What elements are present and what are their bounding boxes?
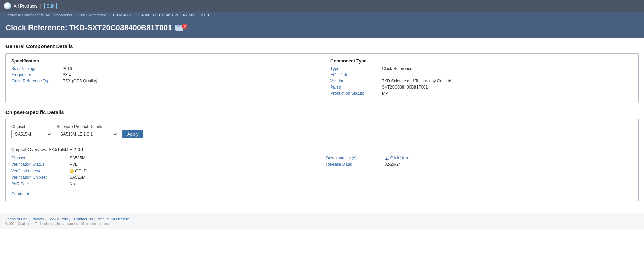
- chipset-section: Chipset-Specific Details Chipset SA515M …: [5, 109, 639, 201]
- breadcrumb-current: TKD-SXT20C038400B81T001 SA515M SA515M.LE…: [112, 13, 209, 17]
- chipset-row-por: PoR Part: No: [11, 182, 318, 186]
- breadcrumb-link-2[interactable]: Clock Reference: [78, 13, 106, 17]
- chipset-label-chipset: Chipset:: [11, 155, 70, 160]
- detail-col-right: Component Type Type: Clock Reference EOL…: [322, 58, 633, 97]
- value-freq: 38.4: [63, 72, 71, 77]
- chipset-value-verif-status: PVL: [70, 162, 78, 167]
- label-part: Part #:: [330, 85, 382, 90]
- footer-links: Terms of Use | Privacy | Cookie Policy |…: [5, 217, 639, 221]
- download-link[interactable]: Click Here: [385, 155, 409, 160]
- chipset-row-verif-status: Verification Status: PVL: [11, 162, 318, 167]
- main-content: General Component Details Specification …: [0, 38, 644, 213]
- detail-row-freq: Frequency: 38.4: [11, 72, 314, 77]
- chipset-control-group: Chipset SA515M: [11, 124, 52, 138]
- footer-sep-1: |: [29, 217, 30, 221]
- footer-copyright: © 2024 Qualcomm Technologies, Inc. and/o…: [5, 222, 639, 226]
- footer-sep-4: |: [94, 217, 95, 221]
- comment-row: Comment:: [11, 192, 633, 196]
- label-freq: Frequency:: [11, 72, 63, 77]
- general-section: General Component Details Specification …: [5, 43, 639, 102]
- footer: Terms of Use | Privacy | Cookie Policy |…: [0, 213, 644, 229]
- page-title-text: Clock Reference: TKD-SXT20C038400B81T001: [5, 23, 172, 32]
- general-section-title: General Component Details: [5, 43, 639, 50]
- detail-row-eol: EOL Date:: [330, 72, 633, 77]
- label-size: Size/Package:: [11, 66, 63, 71]
- breadcrumb-link-1[interactable]: Hardware Components: All Components: [5, 13, 72, 17]
- chipset-select[interactable]: SA515M: [11, 130, 52, 138]
- chipset-label-download: Download link(s):: [326, 155, 385, 160]
- chipset-label-release: Release Date:: [326, 162, 385, 167]
- gold-dot-icon: [70, 169, 74, 173]
- specification-heading: Specification: [11, 58, 314, 64]
- detail-row-part: Part #: SXT20C038400B81T001: [330, 85, 633, 90]
- footer-link-cookie[interactable]: Cookie Policy: [48, 217, 71, 221]
- detail-col-left: Specification Size/Package: 2016 Frequen…: [11, 58, 322, 97]
- footer-sep-2: |: [45, 217, 46, 221]
- page-title: Clock Reference: TKD-SXT20C038400B81T001: [5, 23, 639, 32]
- chipset-value-download: Click Here: [385, 155, 409, 160]
- footer-link-terms[interactable]: Terms of Use: [5, 217, 28, 221]
- detail-row-vendor: Vendor: TKD Science and Technology Co., …: [330, 79, 633, 83]
- software-control-label: Software Product Details: [57, 124, 118, 129]
- all-products-link[interactable]: All Products: [14, 3, 37, 9]
- general-section-box: Specification Size/Package: 2016 Frequen…: [5, 53, 639, 102]
- software-select[interactable]: SA515M.LE.2.0.1: [57, 130, 118, 138]
- detail-row-size: Size/Package: 2016: [11, 66, 314, 71]
- chipset-label-por: PoR Part:: [11, 182, 70, 186]
- component-type-heading: Component Type: [330, 58, 633, 64]
- comment-label: Comment:: [11, 192, 30, 196]
- label-comp-type: Type:: [330, 66, 382, 71]
- breadcrumb: Hardware Components: All Components › Cl…: [0, 12, 644, 19]
- page-header: Clock Reference: TKD-SXT20C038400B81T001: [0, 19, 644, 38]
- chipset-overview-label: Chipset Overview:: [11, 147, 47, 152]
- chipset-detail-col-right: Download link(s): Click Here: [318, 155, 633, 188]
- chipset-section-title: Chipset-Specific Details: [5, 109, 639, 116]
- chipset-overview-title: Chipset Overview: SA515M.LE.2.0.1: [11, 147, 633, 152]
- chipset-row-download: Download link(s): Click Here: [326, 155, 633, 160]
- globe-icon: [4, 2, 11, 9]
- value-prod-status: MP: [382, 91, 388, 96]
- edit-link[interactable]: Edit: [44, 3, 57, 9]
- chipset-label-verif-status: Verification Status:: [11, 162, 70, 167]
- software-control-group: Software Product Details SA515M.LE.2.0.1: [57, 124, 118, 138]
- label-prod-status: Production Status:: [330, 91, 382, 96]
- value-clk-type: TSX (GPS Quality): [63, 79, 97, 83]
- footer-sep-3: |: [72, 217, 73, 221]
- breadcrumb-sep-2: ›: [108, 13, 111, 17]
- label-vendor: Vendor:: [330, 79, 382, 83]
- breadcrumb-sep-1: ›: [74, 13, 77, 17]
- chipset-value-verif-chipset: SA515M: [70, 175, 85, 180]
- chipset-value-chipset: SA515M: [70, 155, 85, 160]
- top-nav: All Products | Edit: [0, 0, 644, 12]
- chipset-row-verif-chipset: Verification Chipset: SA515M: [11, 175, 318, 180]
- apply-button[interactable]: Apply: [122, 130, 143, 138]
- cancel-icon: [182, 24, 187, 29]
- nav-divider: |: [40, 3, 41, 9]
- chipset-controls: Chipset SA515M Software Product Details …: [11, 124, 633, 142]
- email-icon-group: [175, 25, 187, 31]
- chipset-detail-columns: Chipset: SA515M Verification Status: PVL…: [11, 155, 633, 188]
- detail-row-comp-type: Type: Clock Reference: [330, 66, 633, 71]
- chipset-value-release: 02-26-24: [385, 162, 401, 167]
- detail-columns: Specification Size/Package: 2016 Frequen…: [11, 58, 633, 97]
- chipset-overview-value: SA515M.LE.2.0.1: [49, 147, 84, 152]
- value-comp-type: Clock Reference: [382, 66, 412, 71]
- detail-row-type: Clock Reference Type: TSX (GPS Quality): [11, 79, 314, 83]
- detail-row-prod-status: Production Status: MP: [330, 91, 633, 96]
- footer-link-product-kit[interactable]: Product Kit License: [96, 217, 129, 221]
- label-eol: EOL Date:: [330, 72, 382, 77]
- chipset-section-box: Chipset SA515M Software Product Details …: [5, 119, 639, 201]
- chipset-value-verif-level: GOLD: [70, 169, 87, 173]
- label-clk-type: Clock Reference Type:: [11, 79, 63, 83]
- value-size: 2016: [63, 66, 72, 71]
- value-part: SXT20C038400B81T001: [382, 85, 428, 90]
- chipset-row-verif-level: Verification Level: GOLD: [11, 169, 318, 173]
- chipset-row-release: Release Date: 02-26-24: [326, 162, 633, 167]
- download-icon: [385, 156, 389, 160]
- footer-link-contact[interactable]: Contact Us: [74, 217, 93, 221]
- chipset-detail-col-left: Chipset: SA515M Verification Status: PVL…: [11, 155, 318, 188]
- footer-link-privacy[interactable]: Privacy: [32, 217, 44, 221]
- chipset-control-label: Chipset: [11, 124, 52, 129]
- chipset-label-verif-level: Verification Level:: [11, 169, 70, 173]
- svg-rect-0: [385, 159, 389, 160]
